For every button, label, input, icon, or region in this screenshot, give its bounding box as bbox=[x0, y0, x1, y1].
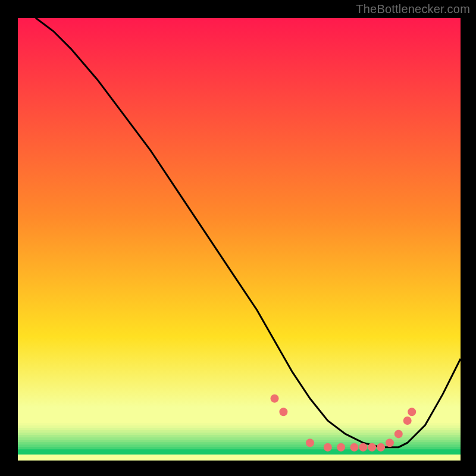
green-band-group bbox=[18, 421, 461, 455]
chart-frame: TheBottlenecker.com bbox=[0, 0, 476, 476]
plot-area bbox=[18, 18, 461, 461]
bottleneck-chart bbox=[18, 18, 461, 461]
tolerance-dot bbox=[377, 443, 385, 452]
tolerance-dot bbox=[350, 443, 358, 452]
tolerance-dot bbox=[368, 443, 376, 452]
gradient-background bbox=[18, 18, 461, 461]
tolerance-dot bbox=[337, 443, 345, 452]
tolerance-dot bbox=[386, 439, 394, 447]
svg-rect-14 bbox=[18, 449, 461, 453]
watermark-text: TheBottlenecker.com bbox=[356, 2, 470, 16]
tolerance-dot bbox=[279, 408, 287, 416]
tolerance-dot bbox=[394, 430, 403, 438]
tolerance-dot bbox=[324, 443, 332, 452]
tolerance-dot bbox=[271, 394, 279, 403]
tolerance-dot bbox=[359, 443, 367, 452]
tolerance-dot bbox=[408, 408, 416, 416]
tolerance-dot bbox=[403, 416, 412, 425]
tolerance-dot bbox=[306, 439, 314, 447]
